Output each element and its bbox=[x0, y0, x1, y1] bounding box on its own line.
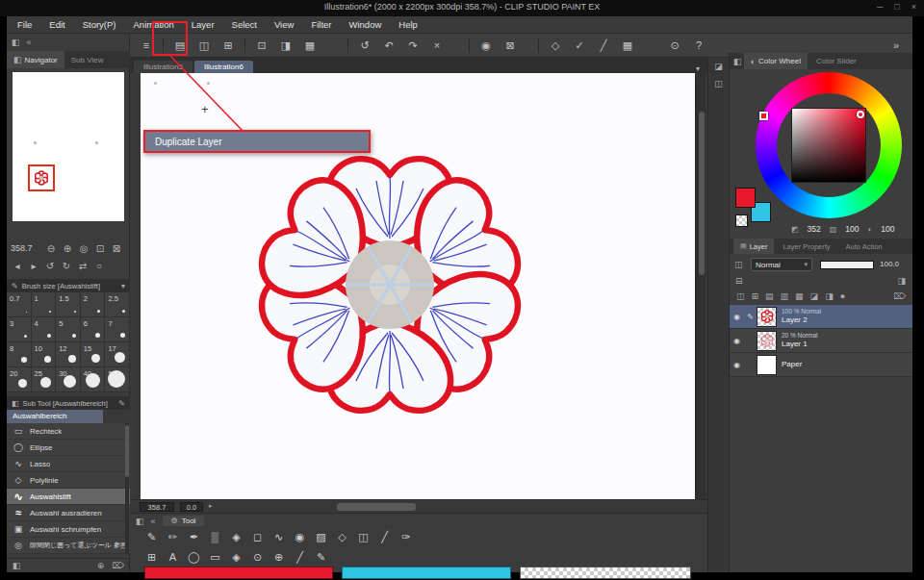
add-subtool-icon[interactable]: ⊕ bbox=[97, 561, 105, 570]
delete-subtool-icon[interactable]: ⌦ bbox=[112, 561, 124, 570]
open-file-icon[interactable]: ◫ bbox=[196, 39, 212, 52]
subtool-item-polylinie[interactable]: ◇Polylinie bbox=[7, 472, 130, 489]
subtool-item-gap-close[interactable]: ◎隙間閉じ囲って選ぶツール 参照 bbox=[7, 538, 130, 554]
brush-size-option[interactable]: 50 bbox=[105, 367, 130, 392]
zoom-in-icon[interactable]: ⊕ bbox=[61, 243, 74, 254]
brush-size-option[interactable]: 1.5 bbox=[56, 292, 81, 317]
panel-tab-icon[interactable]: ◧ bbox=[733, 57, 742, 66]
operation-tool-icon[interactable]: ✎ bbox=[313, 551, 329, 564]
grid-toggle-icon[interactable]: ▦ bbox=[302, 39, 318, 52]
lock-alpha-icon[interactable]: ⊟ bbox=[735, 276, 743, 286]
maximize-button[interactable]: □ bbox=[894, 2, 899, 12]
search-icon[interactable]: ⊙ bbox=[667, 39, 682, 52]
ruler-tool-icon[interactable]: ╱ bbox=[376, 531, 393, 543]
sv-cursor[interactable] bbox=[857, 111, 864, 118]
help-icon[interactable]: ? bbox=[691, 39, 706, 51]
tab-layer-property[interactable]: Layer Property bbox=[776, 239, 836, 254]
clear-icon[interactable]: × bbox=[429, 39, 445, 51]
tab-color-wheel[interactable]: ◐ Color Wheel bbox=[744, 53, 808, 69]
close-button[interactable]: × bbox=[911, 2, 916, 12]
tab-auswahlbereich[interactable]: Auswahlbereich bbox=[7, 410, 103, 423]
material-panel-icon[interactable]: ◫ bbox=[714, 79, 723, 88]
brush-size-option[interactable]: 6 bbox=[81, 317, 106, 342]
zoom-tool-icon[interactable]: ⊕ bbox=[270, 551, 287, 564]
panel-footer-icon[interactable]: ◧ bbox=[13, 561, 21, 570]
sub-tool-edit-icon[interactable]: ✎ bbox=[118, 399, 125, 408]
brush-size-option[interactable]: 15 bbox=[81, 342, 106, 367]
blend-mode-dropdown[interactable]: Normal ▾ bbox=[751, 258, 812, 271]
layer-thumbnail[interactable] bbox=[757, 307, 777, 327]
menu-story[interactable]: Story(P) bbox=[74, 16, 125, 34]
decoration-tool-icon[interactable]: ◈ bbox=[228, 531, 244, 543]
deselect-icon[interactable]: ⊠ bbox=[502, 39, 518, 52]
layer-thumbnail[interactable] bbox=[757, 331, 777, 351]
tab-sub-view[interactable]: Sub View bbox=[64, 51, 111, 68]
frame-border-icon[interactable]: ◨ bbox=[825, 291, 834, 301]
correction-tool-icon[interactable]: ✑ bbox=[398, 531, 414, 543]
subtool-item-auswahl-schrumpfen[interactable]: ▣Auswahl schrumpfen bbox=[7, 521, 130, 538]
canvas-horizontal-scrollbar[interactable] bbox=[337, 503, 416, 511]
snap-check-icon[interactable]: ✓ bbox=[572, 39, 587, 52]
export-icon[interactable]: ⊡ bbox=[254, 39, 270, 52]
clip-mask-icon[interactable]: ⊞ bbox=[752, 291, 759, 301]
collapse-tool-panel-icon[interactable]: « bbox=[151, 517, 156, 526]
navigator-view-frame[interactable] bbox=[28, 164, 55, 191]
scrollbar-thumb[interactable] bbox=[125, 425, 129, 477]
blend-tool-icon[interactable]: ∿ bbox=[270, 531, 287, 543]
menu-file[interactable]: File bbox=[9, 16, 40, 34]
eraser-tool-icon[interactable]: ◻ bbox=[249, 531, 266, 543]
layer-row-layer2[interactable]: ◉ ✎ 100 % Normal Layer 2 bbox=[730, 305, 912, 329]
new-vector-layer-icon[interactable]: ▥ bbox=[781, 291, 789, 301]
menu-view[interactable]: View bbox=[266, 16, 302, 34]
balloon-tool-icon[interactable]: ◯ bbox=[186, 551, 202, 564]
redo-icon[interactable]: ↷ bbox=[405, 39, 421, 52]
layer-mask-icon[interactable]: ◪ bbox=[810, 291, 819, 301]
layer-row-paper[interactable]: ◉ Paper bbox=[730, 353, 912, 377]
menu-help[interactable]: Help bbox=[390, 16, 426, 34]
tab-layer[interactable]: ▤ Layer bbox=[733, 239, 774, 254]
layer-effect-icon[interactable]: ● bbox=[840, 291, 845, 301]
brush-size-option[interactable]: 0.7 bbox=[7, 292, 32, 317]
snap-special-icon[interactable]: ◇ bbox=[548, 39, 563, 52]
sub-tool-scrollbar[interactable] bbox=[125, 423, 129, 554]
layer-thumbnail[interactable] bbox=[757, 355, 777, 375]
figure-tool-icon[interactable]: ◇ bbox=[334, 531, 350, 543]
new-folder-icon[interactable]: ▦ bbox=[795, 291, 804, 301]
panel-tab-icon[interactable]: ◧ bbox=[136, 517, 144, 526]
visibility-eye-icon[interactable]: ◉ bbox=[730, 313, 744, 321]
hue-marker[interactable] bbox=[759, 112, 768, 120]
tab-illustration5[interactable]: Illustration5 bbox=[134, 61, 192, 73]
opacity-value[interactable]: 100.0 bbox=[880, 260, 899, 268]
select-tool-icon[interactable]: ▭ bbox=[207, 551, 223, 564]
brush-size-option[interactable]: 25 bbox=[32, 367, 57, 392]
pen-tool-icon[interactable]: ✎ bbox=[143, 531, 160, 543]
minimize-button[interactable]: ─ bbox=[877, 2, 883, 12]
fill-tool-icon[interactable]: ◉ bbox=[292, 531, 308, 543]
frame-tool-icon[interactable]: ◫ bbox=[355, 531, 372, 543]
reset-view-icon[interactable]: ○ bbox=[92, 261, 106, 271]
brush-panel-menu-icon[interactable]: ▾ bbox=[121, 282, 125, 290]
visibility-eye-icon[interactable]: ◉ bbox=[730, 361, 744, 369]
main-color-bar[interactable] bbox=[144, 567, 333, 579]
brush-size-option[interactable]: 8 bbox=[7, 342, 32, 367]
combine-layer-icon[interactable]: ◫ bbox=[736, 291, 745, 301]
tab-list-chevron-icon[interactable]: ▾ bbox=[696, 64, 700, 73]
zoom-out-icon[interactable]: ⊖ bbox=[44, 243, 58, 254]
tab-navigator[interactable]: ◧ Navigator bbox=[7, 51, 64, 68]
rotate-canvas-icon[interactable]: ↺ bbox=[357, 39, 372, 52]
move-tool-icon[interactable]: ⊞ bbox=[143, 551, 160, 564]
saturation-value-square[interactable] bbox=[791, 108, 866, 183]
snap-ruler-icon[interactable]: ╱ bbox=[596, 39, 611, 52]
brush-size-option[interactable]: 7 bbox=[105, 317, 130, 342]
hue-value[interactable]: 352 bbox=[808, 224, 821, 234]
fill-icon[interactable]: ◉ bbox=[478, 39, 494, 52]
subtool-item-auswahlstift[interactable]: ∿Auswahlstift bbox=[7, 489, 130, 505]
pencil-tool-icon[interactable]: ✏ bbox=[165, 531, 181, 543]
menu-select[interactable]: Select bbox=[223, 16, 266, 34]
brush-size-option[interactable]: 10 bbox=[32, 342, 57, 367]
brush-tool-icon[interactable]: ✒ bbox=[186, 531, 202, 543]
brush-size-option[interactable]: 17 bbox=[105, 342, 130, 367]
brush-size-option[interactable]: 5 bbox=[56, 317, 81, 342]
main-color-swatch[interactable] bbox=[735, 188, 756, 208]
flip-horizontal-icon[interactable]: ⇄ bbox=[76, 261, 90, 271]
